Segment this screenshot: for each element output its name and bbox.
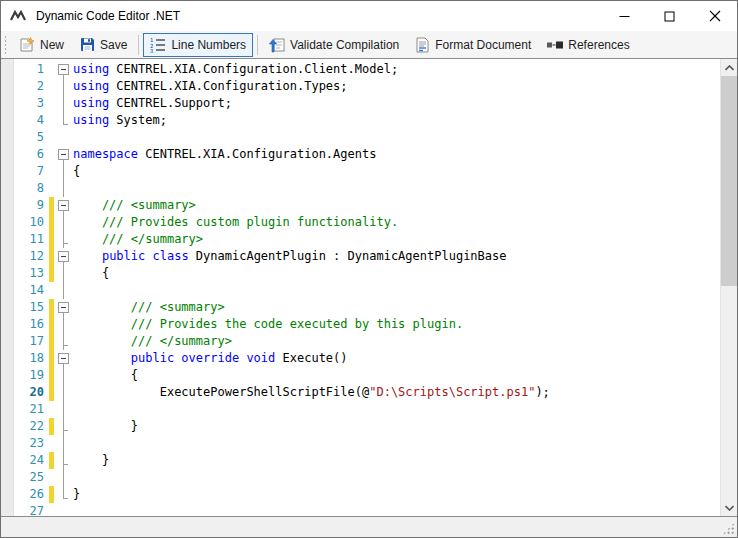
- toolbar-grip[interactable]: [4, 35, 8, 55]
- line-number[interactable]: 24: [14, 452, 47, 469]
- code-text[interactable]: /// </summary>: [73, 231, 719, 248]
- collapse-box-icon[interactable]: [58, 353, 69, 364]
- code-text[interactable]: }: [73, 418, 719, 435]
- code-line[interactable]: 18 public override void Execute(): [14, 350, 719, 367]
- selection-margin[interactable]: [1, 59, 14, 516]
- code-text[interactable]: using CENTREL.Support;: [73, 95, 719, 112]
- code-line[interactable]: 24 }: [14, 452, 719, 469]
- line-number[interactable]: 10: [14, 214, 47, 231]
- collapse-box-icon[interactable]: [58, 302, 69, 313]
- code-text[interactable]: [73, 401, 719, 418]
- code-line[interactable]: 22 }: [14, 418, 719, 435]
- code-line[interactable]: 3using CENTREL.Support;: [14, 95, 719, 112]
- code-text[interactable]: /// Provides custom plugin functionality…: [73, 214, 719, 231]
- line-number[interactable]: 8: [14, 180, 47, 197]
- code-line[interactable]: 13 {: [14, 265, 719, 282]
- title-bar[interactable]: Dynamic Code Editor .NET: [1, 1, 737, 31]
- collapse-box-icon[interactable]: [58, 149, 69, 160]
- line-number[interactable]: 3: [14, 95, 47, 112]
- code-text[interactable]: public override void Execute(): [73, 350, 719, 367]
- code-text[interactable]: [73, 503, 719, 517]
- line-number[interactable]: 27: [14, 503, 47, 517]
- code-text[interactable]: {: [73, 265, 719, 282]
- code-line[interactable]: 7{: [14, 163, 719, 180]
- code-text[interactable]: [73, 282, 719, 299]
- close-button[interactable]: [692, 2, 737, 31]
- collapse-box-icon[interactable]: [58, 200, 69, 211]
- line-number[interactable]: 25: [14, 469, 47, 486]
- line-number[interactable]: 6: [14, 146, 47, 163]
- code-line[interactable]: 9 /// <summary>: [14, 197, 719, 214]
- line-number[interactable]: 9: [14, 197, 47, 214]
- line-number[interactable]: 12: [14, 248, 47, 265]
- code-line[interactable]: 21: [14, 401, 719, 418]
- new-button[interactable]: New: [12, 33, 71, 57]
- format-document-button[interactable]: Format Document: [408, 33, 538, 57]
- code-text[interactable]: [73, 180, 719, 197]
- code-line[interactable]: 11 /// </summary>: [14, 231, 719, 248]
- code-line[interactable]: 6namespace CENTREL.XIA.Configuration.Age…: [14, 146, 719, 163]
- code-text[interactable]: [73, 129, 719, 146]
- code-line[interactable]: 27: [14, 503, 719, 517]
- minimize-button[interactable]: [602, 2, 647, 31]
- line-number[interactable]: 26: [14, 486, 47, 503]
- code-line[interactable]: 26}: [14, 486, 719, 503]
- code-line[interactable]: 12 public class DynamicAgentPlugin : Dyn…: [14, 248, 719, 265]
- save-button[interactable]: Save: [73, 33, 134, 56]
- code-line[interactable]: 25: [14, 469, 719, 486]
- code-line[interactable]: 4using System;: [14, 112, 719, 129]
- code-line[interactable]: 19 {: [14, 367, 719, 384]
- code-text[interactable]: {: [73, 367, 719, 384]
- code-text[interactable]: /// Provides the code executed by this p…: [73, 316, 719, 333]
- line-number[interactable]: 14: [14, 282, 47, 299]
- line-number[interactable]: 19: [14, 367, 47, 384]
- vertical-scrollbar[interactable]: [720, 59, 737, 516]
- maximize-button[interactable]: [647, 2, 692, 31]
- code-line[interactable]: 17 /// </summary>: [14, 333, 719, 350]
- code-line[interactable]: 23: [14, 435, 719, 452]
- code-line[interactable]: 2using CENTREL.XIA.Configuration.Types;: [14, 78, 719, 95]
- line-number[interactable]: 2: [14, 78, 47, 95]
- code-line[interactable]: 14: [14, 282, 719, 299]
- scroll-down-button[interactable]: [721, 499, 737, 516]
- code-line[interactable]: 16 /// Provides the code executed by thi…: [14, 316, 719, 333]
- collapse-box-icon[interactable]: [58, 251, 69, 262]
- line-number[interactable]: 15: [14, 299, 47, 316]
- code-text[interactable]: }: [73, 486, 719, 503]
- line-number[interactable]: 4: [14, 112, 47, 129]
- scrollbar-thumb[interactable]: [721, 76, 737, 286]
- line-number[interactable]: 11: [14, 231, 47, 248]
- code-line[interactable]: 8: [14, 180, 719, 197]
- line-number[interactable]: 21: [14, 401, 47, 418]
- scrollbar-track[interactable]: [721, 76, 737, 499]
- collapse-box-icon[interactable]: [58, 64, 69, 75]
- fold-toggle[interactable]: [56, 299, 73, 316]
- code-line[interactable]: 20 ExecutePowerShellScriptFile(@"D:\Scri…: [14, 384, 719, 401]
- code-text[interactable]: /// </summary>: [73, 333, 719, 350]
- line-number[interactable]: 7: [14, 163, 47, 180]
- code-text[interactable]: ExecutePowerShellScriptFile(@"D:\Scripts…: [73, 384, 719, 401]
- references-button[interactable]: References: [540, 34, 636, 56]
- line-number[interactable]: 5: [14, 129, 47, 146]
- line-numbers-toggle[interactable]: 1 2 3 Line Numbers: [143, 33, 253, 57]
- code-text[interactable]: public class DynamicAgentPlugin : Dynami…: [73, 248, 719, 265]
- code-line[interactable]: 1using CENTREL.XIA.Configuration.Client.…: [14, 61, 719, 78]
- code-line[interactable]: 5: [14, 129, 719, 146]
- code-text[interactable]: }: [73, 452, 719, 469]
- fold-toggle[interactable]: [56, 350, 73, 367]
- code-line[interactable]: 10 /// Provides custom plugin functional…: [14, 214, 719, 231]
- fold-toggle[interactable]: [56, 197, 73, 214]
- code-text[interactable]: using CENTREL.XIA.Configuration.Types;: [73, 78, 719, 95]
- validate-compilation-button[interactable]: Validate Compilation: [262, 33, 406, 57]
- code-text[interactable]: using CENTREL.XIA.Configuration.Client.M…: [73, 61, 719, 78]
- line-number[interactable]: 17: [14, 333, 47, 350]
- code-text[interactable]: namespace CENTREL.XIA.Configuration.Agen…: [73, 146, 719, 163]
- code-editor[interactable]: 1using CENTREL.XIA.Configuration.Client.…: [1, 59, 737, 517]
- code-text[interactable]: /// <summary>: [73, 299, 719, 316]
- fold-toggle[interactable]: [56, 248, 73, 265]
- line-number[interactable]: 22: [14, 418, 47, 435]
- line-number[interactable]: 20: [14, 384, 47, 401]
- resize-grip[interactable]: [722, 522, 735, 535]
- code-text[interactable]: /// <summary>: [73, 197, 719, 214]
- fold-toggle[interactable]: [56, 61, 73, 78]
